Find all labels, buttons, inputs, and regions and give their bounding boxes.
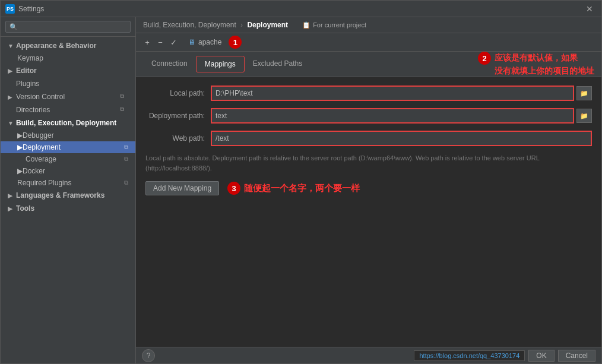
sidebar-item-coverage[interactable]: Coverage ⧉ [1,153,135,165]
sidebar-item-keymap[interactable]: Keymap [1,52,135,64]
sidebar-item-build[interactable]: ▼ Build, Execution, Deployment [1,116,135,129]
check-button[interactable]: ✓ [167,36,180,49]
tab-mappings[interactable]: Mappings [196,56,245,72]
web-path-input[interactable] [211,131,592,146]
arrow-icon-dbg: ▶ [17,131,23,140]
local-path-label: Local path: [145,89,211,97]
copy-icon-vc: ⧉ [120,93,128,101]
main-header: Build, Execution, Deployment › Deploymen… [136,17,601,33]
breadcrumb: Build, Execution, Deployment › Deploymen… [143,21,288,29]
arrow-icon-build: ▼ [8,120,14,126]
main-panel: Build, Execution, Deployment › Deploymen… [136,17,601,363]
annotation-3-circle: 3 [227,182,240,195]
sidebar-item-required-plugins[interactable]: Required Plugins ⧉ [1,177,135,189]
title-bar: PS Settings ✕ [1,1,601,17]
arrow-icon-dep: ▶ [17,143,23,151]
deployment-path-row: Deployment path: 📁 [145,108,592,124]
copy-icon-req: ⧉ [124,179,128,186]
server-name: apache [198,38,221,46]
arrow-icon-vc: ▶ [8,94,14,100]
bottom-left: ? [142,349,155,362]
tabs-row: Connection Mappings Excluded Paths 2 应该是… [136,52,601,77]
ok-button[interactable]: OK [528,350,554,362]
tab-excluded[interactable]: Excluded Paths [245,56,310,72]
search-box[interactable] [1,17,135,37]
deployment-path-input[interactable] [211,108,574,124]
settings-window: PS Settings ✕ ▼ Appearance & Behavior Ke… [0,0,602,364]
bottom-url: https://blog.csdn.net/qq_43730174 [414,350,525,361]
local-path-folder-btn[interactable]: 📁 [576,86,592,100]
cancel-button[interactable]: Cancel [558,350,595,362]
server-item[interactable]: 🖥 apache [185,37,225,48]
sidebar-item-appearance[interactable]: ▼ Appearance & Behavior [1,39,135,52]
arrow-icon-docker: ▶ [17,167,23,175]
arrow-icon-editor: ▶ [8,68,14,74]
sidebar-item-languages[interactable]: ▶ Languages & Frameworks [1,189,135,202]
sidebar-item-tools[interactable]: ▶ Tools [1,202,135,215]
local-path-input[interactable] [211,86,574,101]
bottom-bar: ? https://blog.csdn.net/qq_43730174 OK C… [136,347,601,363]
close-button[interactable]: ✕ [582,3,597,15]
add-mapping-button[interactable]: Add New Mapping [145,181,219,195]
bottom-right: https://blog.csdn.net/qq_43730174 OK Can… [414,350,595,362]
annotation-2-line2: 没有就填上你的项目的地址 [495,66,594,77]
sidebar-item-debugger[interactable]: ▶ Debugger [1,129,135,141]
annotation-1: 1 [229,36,242,49]
sidebar: ▼ Appearance & Behavior Keymap ▶ Editor … [1,17,136,363]
arrow-spacer-dir [8,107,14,113]
sidebar-item-editor[interactable]: ▶ Editor [1,64,135,77]
arrow-spacer [8,81,14,87]
project-note: 📋 For current project [302,21,366,29]
local-path-row: Local path: 📁 [145,86,592,101]
main-content: ▼ Appearance & Behavior Keymap ▶ Editor … [1,17,601,363]
project-note-icon: 📋 [302,21,310,29]
app-icon: PS [5,4,15,14]
add-mapping-row: Add New Mapping 3 随便起一个名字，两个要一样 [145,181,592,195]
annotation-2-block: 2 应该是有默认值，如果 没有就填上你的项目的地址 [478,52,594,77]
annotation-2-circle: 2 [478,52,491,65]
sidebar-item-deployment[interactable]: ▶ Deployment ⧉ [1,141,135,153]
remove-button[interactable]: − [154,36,167,49]
copy-icon-dir: ⧉ [120,106,128,114]
breadcrumb-sep: › [240,21,243,29]
sidebar-nav: ▼ Appearance & Behavior Keymap ▶ Editor … [1,37,135,363]
arrow-icon-tools: ▶ [8,205,14,212]
sidebar-item-directories[interactable]: Directories ⧉ [1,103,135,116]
annotation-3-block: 3 随便起一个名字，两个要一样 [227,182,360,195]
copy-icon-dep: ⧉ [124,144,128,151]
deployment-path-label: Deployment path: [145,112,211,120]
mappings-content: Local path: 📁 Deployment path: 📁 [136,77,601,347]
tab-connection[interactable]: Connection [143,56,196,72]
window-title: Settings [18,5,44,13]
sidebar-item-docker[interactable]: ▶ Docker [1,165,135,177]
annotation-3-text: 随便起一个名字，两个要一样 [244,183,360,194]
search-input[interactable] [5,21,131,33]
deployment-path-input-wrap: 📁 [211,108,592,124]
annotation-2-line1: 应该是有默认值，如果 [495,53,578,64]
add-button[interactable]: + [141,36,154,49]
server-icon: 🖥 [188,38,195,46]
arrow-icon-lang: ▶ [8,192,14,199]
deployment-path-folder-btn[interactable]: 📁 [576,109,592,123]
breadcrumb-current: Deployment [247,21,288,29]
web-path-label: Web path: [145,134,211,143]
local-path-input-wrap: 📁 [211,86,592,101]
copy-icon-cov: ⧉ [124,156,128,163]
hint-text: Local path is absolute. Deployment path … [145,153,592,173]
sidebar-item-plugins[interactable]: Plugins [1,77,135,90]
help-button[interactable]: ? [142,349,155,362]
web-path-row: Web path: [145,131,592,146]
web-path-input-wrap [211,131,592,146]
arrow-icon: ▼ [8,43,14,49]
sidebar-item-version-control[interactable]: ▶ Version Control ⧉ [1,90,135,103]
